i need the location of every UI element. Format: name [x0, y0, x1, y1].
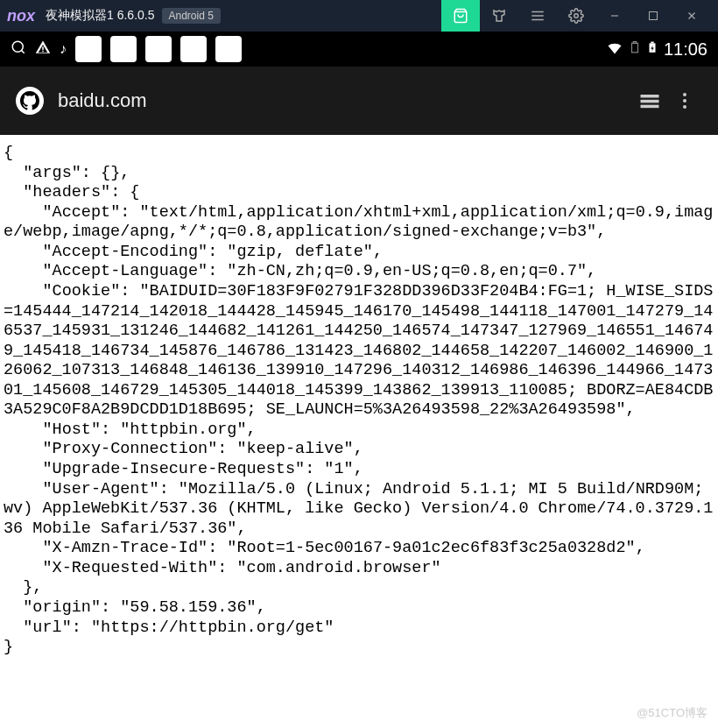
android-statusbar: ♪ 11:06 — [0, 32, 718, 67]
notification-box — [75, 36, 102, 62]
svg-rect-15 — [651, 42, 654, 44]
svg-rect-11 — [42, 51, 44, 53]
battery-empty-icon — [629, 39, 641, 60]
svg-rect-5 — [650, 12, 658, 20]
search-icon — [11, 39, 26, 59]
warning-icon — [35, 39, 51, 59]
menu-button[interactable] — [518, 0, 557, 32]
svg-rect-13 — [633, 42, 637, 44]
tabs-icon[interactable] — [632, 88, 667, 113]
music-icon: ♪ — [60, 41, 67, 57]
android-version-badge: Android 5 — [162, 8, 221, 24]
settings-button[interactable] — [557, 0, 595, 32]
maximize-button[interactable] — [634, 0, 672, 32]
window-title: 夜神模拟器1 6.6.0.5 — [46, 8, 155, 24]
notification-box — [145, 36, 172, 62]
github-icon[interactable] — [16, 87, 44, 115]
svg-point-20 — [683, 99, 686, 102]
url-display[interactable]: baidu.com — [58, 89, 632, 112]
svg-rect-12 — [631, 43, 637, 53]
notification-box — [110, 36, 137, 62]
nox-logo: nox — [7, 7, 35, 25]
notification-box — [215, 36, 242, 62]
svg-point-3 — [574, 14, 579, 18]
more-icon[interactable] — [667, 90, 702, 111]
svg-rect-18 — [641, 95, 659, 98]
emulator-titlebar: nox 夜神模拟器1 6.6.0.5 Android 5 — [0, 0, 718, 32]
status-time: 11:06 — [664, 39, 707, 60]
browser-addressbar: baidu.com — [0, 67, 718, 135]
svg-point-19 — [683, 93, 686, 96]
svg-rect-17 — [641, 105, 659, 109]
notification-box — [180, 36, 207, 62]
shop-button[interactable] — [441, 0, 480, 32]
svg-rect-16 — [641, 100, 659, 103]
svg-line-9 — [21, 50, 24, 53]
svg-point-21 — [683, 105, 686, 109]
watermark: @51CTO博客 — [637, 705, 707, 721]
wifi-icon — [606, 39, 623, 60]
svg-point-8 — [12, 41, 23, 52]
page-content: { "args": {}, "headers": { "Accept": "te… — [0, 135, 718, 667]
minimize-button[interactable] — [595, 0, 634, 32]
close-button[interactable] — [672, 0, 711, 32]
shirt-button[interactable] — [480, 0, 518, 32]
svg-rect-10 — [42, 46, 44, 50]
battery-charging-icon — [646, 39, 658, 60]
